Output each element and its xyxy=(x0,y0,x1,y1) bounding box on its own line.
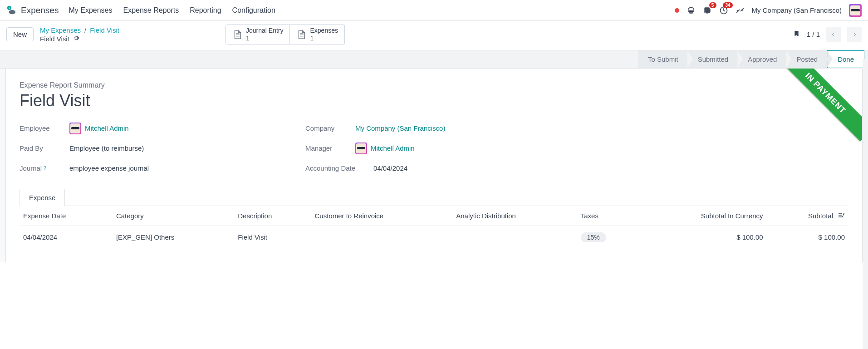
stat-journal-entry[interactable]: Journal Entry 1 xyxy=(226,25,290,44)
breadcrumb: My Expenses / Field Visit xyxy=(40,26,119,34)
cell-customer xyxy=(311,226,452,249)
breadcrumb-my-expenses[interactable]: My Expenses xyxy=(40,26,81,34)
chevron-right-icon xyxy=(852,32,857,37)
bookmark-icon[interactable] xyxy=(793,29,800,39)
nav-configuration[interactable]: Configuration xyxy=(232,6,275,15)
top-nav: $ Expenses My Expenses Expense Reports R… xyxy=(0,0,868,21)
recording-indicator-icon xyxy=(675,8,679,13)
breadcrumb-title: Field Visit xyxy=(40,35,69,43)
debug-icon[interactable] xyxy=(736,6,745,15)
messages-badge: 5 xyxy=(709,2,716,8)
summary-label: Expense Report Summary xyxy=(20,81,848,89)
company-value[interactable]: My Company (San Francisco) xyxy=(355,124,445,132)
stat-expenses-label: Expenses xyxy=(310,27,338,34)
record-title: Field Visit xyxy=(20,91,848,110)
nav-reporting[interactable]: Reporting xyxy=(190,6,221,15)
new-button[interactable]: New xyxy=(6,27,34,41)
nav-my-expenses[interactable]: My Expenses xyxy=(69,6,112,15)
user-avatar[interactable] xyxy=(849,4,862,17)
employee-avatar-icon xyxy=(69,123,81,134)
cell-category: [EXP_GEN] Others xyxy=(113,226,234,249)
activities-badge: 34 xyxy=(723,2,732,8)
cell-date: 04/04/2024 xyxy=(20,226,113,249)
cell-subtotal-currency: $ 100.00 xyxy=(638,226,767,249)
document-icon xyxy=(232,29,242,39)
pager-prev-button[interactable] xyxy=(826,27,841,42)
document-icon xyxy=(296,29,306,39)
manager-avatar-icon xyxy=(355,143,367,154)
svg-point-2 xyxy=(9,10,16,14)
col-subtotal[interactable]: Subtotal xyxy=(767,206,848,226)
col-analytic[interactable]: Analytic Distribution xyxy=(452,206,577,226)
accdate-label: Accounting Date xyxy=(305,164,373,172)
status-approved[interactable]: Approved xyxy=(738,50,787,68)
company-label: Company xyxy=(305,124,355,132)
stat-expenses-value: 1 xyxy=(310,34,338,42)
employee-label: Employee xyxy=(20,124,69,132)
paidby-label: Paid By xyxy=(20,144,69,152)
accdate-value: 04/04/2024 xyxy=(373,164,407,172)
stat-expenses[interactable]: Expenses 1 xyxy=(290,25,344,44)
voip-icon[interactable] xyxy=(687,6,696,15)
col-customer[interactable]: Customer to Reinvoice xyxy=(311,206,452,226)
activities-icon[interactable]: 34 xyxy=(719,6,728,15)
col-category[interactable]: Category xyxy=(113,206,234,226)
breadcrumb-field-visit[interactable]: Field Visit xyxy=(90,26,119,34)
expense-table: Expense Date Category Description Custom… xyxy=(20,206,848,249)
cell-description: Field Visit xyxy=(234,226,311,249)
manager-value[interactable]: Mitchell Admin xyxy=(355,143,415,154)
app-icon[interactable]: $ xyxy=(6,5,16,15)
table-row[interactable]: 04/04/2024 [EXP_GEN] Others Field Visit … xyxy=(20,226,848,249)
stat-journal-label: Journal Entry xyxy=(246,27,283,34)
cell-analytic xyxy=(452,226,577,249)
journal-label: Journal? xyxy=(20,164,69,172)
breadcrumb-separator: / xyxy=(84,26,86,34)
tab-expense[interactable]: Expense xyxy=(20,189,65,206)
status-posted[interactable]: Posted xyxy=(786,50,828,68)
form-sheet: IN PAYMENT Expense Report Summary Field … xyxy=(5,69,863,262)
col-date[interactable]: Expense Date xyxy=(20,206,113,226)
scrollbar[interactable] xyxy=(863,59,868,262)
app-title[interactable]: Expenses xyxy=(21,5,59,15)
chevron-left-icon xyxy=(831,32,836,37)
status-done[interactable]: Done xyxy=(827,50,864,68)
employee-value[interactable]: Mitchell Admin xyxy=(69,123,129,134)
nav-expense-reports[interactable]: Expense Reports xyxy=(123,6,179,15)
col-taxes[interactable]: Taxes xyxy=(577,206,638,226)
cell-subtotal: $ 100.00 xyxy=(767,226,848,249)
company-selector[interactable]: My Company (San Francisco) xyxy=(752,6,842,14)
gear-icon[interactable] xyxy=(73,35,79,43)
col-description[interactable]: Description xyxy=(234,206,311,226)
status-bar: To Submit Submitted Approved Posted Done xyxy=(0,50,868,69)
svg-text:$: $ xyxy=(9,6,10,9)
cell-taxes: 15% xyxy=(577,226,638,249)
messages-icon[interactable]: 5 xyxy=(703,6,712,15)
manager-label: Manager xyxy=(305,144,355,152)
paidby-value: Employee (to reimburse) xyxy=(69,144,144,152)
stat-journal-value: 1 xyxy=(246,34,283,42)
pager-text[interactable]: 1 / 1 xyxy=(807,30,820,38)
status-submitted[interactable]: Submitted xyxy=(688,50,739,68)
pager-next-button[interactable] xyxy=(847,27,862,42)
control-panel: New My Expenses / Field Visit Field Visi… xyxy=(0,21,868,50)
journal-value: employee expense journal xyxy=(69,164,149,172)
status-to-submit[interactable]: To Submit xyxy=(638,50,688,68)
col-subtotal-currency[interactable]: Subtotal In Currency xyxy=(638,206,767,226)
column-options-icon[interactable] xyxy=(838,211,845,220)
